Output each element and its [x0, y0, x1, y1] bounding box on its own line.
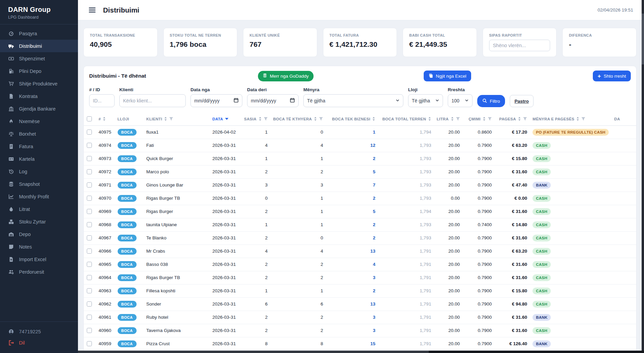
column-header-boca-total-terren[interactable]: BOCA TOTAL TERREN: [378, 113, 434, 125]
sidebar-item-log[interactable]: Log: [0, 165, 78, 178]
clear-filters-button[interactable]: Pastro: [510, 95, 534, 107]
sidebar-item-shitje-produkteve[interactable]: Shitje Produkteve: [0, 77, 78, 90]
filter-menyra-select[interactable]: Të gjitha: [303, 94, 403, 107]
cell-boca-tek-biznesi[interactable]: 15: [326, 337, 378, 350]
filter-funnel-icon[interactable]: [456, 117, 460, 121]
column-header-cmimi[interactable]: ÇMIMI: [463, 113, 495, 125]
menu-toggle-icon[interactable]: [89, 7, 96, 12]
paste-excel-button[interactable]: Ngjit nga Excel: [424, 71, 471, 81]
add-row-button[interactable]: + Shto rresht: [593, 71, 631, 81]
cell-boca-tek-biznesi[interactable]: 5: [326, 165, 378, 178]
horizontal-scrollbar[interactable]: [78, 351, 644, 353]
filter-id-input[interactable]: [89, 94, 115, 107]
cell-boca-tek-biznesi[interactable]: 2: [326, 218, 378, 231]
row-checkbox[interactable]: [87, 249, 92, 254]
sidebar-item-stoku-zyrtar[interactable]: Stoku Zyrtar: [0, 215, 78, 228]
row-checkbox[interactable]: [87, 222, 92, 227]
row-checkbox[interactable]: [87, 275, 92, 280]
row-checkbox[interactable]: [87, 156, 92, 161]
column-header-da[interactable]: DA: [611, 113, 636, 125]
sidebar-item-snapshot[interactable]: Snapshot: [0, 178, 78, 190]
sidebar-item-pasqyra[interactable]: Pasqyra: [0, 27, 78, 40]
cell-boca-tek-biznesi[interactable]: 1: [326, 125, 378, 139]
row-checkbox[interactable]: [87, 169, 92, 174]
row-checkbox[interactable]: [87, 235, 92, 240]
stat-label: BABI CASH TOTAL: [409, 33, 470, 37]
row-checkbox[interactable]: [87, 130, 92, 135]
column-header-litra[interactable]: LITRA: [434, 113, 462, 125]
cell-klienti: Te Blanko: [144, 231, 210, 244]
filter-button[interactable]: Filtro: [477, 95, 505, 107]
sidebar-item-gjendja-bankare[interactable]: Gjendja Bankare: [0, 102, 78, 115]
row-checkbox[interactable]: [87, 262, 92, 267]
filter-lloji-select[interactable]: Të gjitha: [408, 94, 443, 107]
cell-litra: 20.00: [434, 244, 462, 258]
cell-boca-tek-biznesi[interactable]: 5: [326, 205, 378, 218]
fetch-godaddy-button[interactable]: Merr nga GoDaddy: [258, 71, 314, 81]
sidebar-user[interactable]: 74719225: [0, 326, 78, 337]
sidebar-item-depo[interactable]: Depo: [0, 228, 78, 240]
row-checkbox[interactable]: [87, 341, 92, 346]
cell-boca-tek-biznesi[interactable]: 3: [326, 324, 378, 337]
row-checkbox[interactable]: [87, 301, 92, 307]
cell-boca-tek-biznesi[interactable]: 7: [326, 178, 378, 192]
filter-funnel-icon[interactable]: [264, 117, 268, 121]
column-header-pagesa[interactable]: PAGESA: [495, 113, 530, 125]
row-checkbox[interactable]: [87, 315, 92, 320]
cell-boca-tek-biznesi[interactable]: 13: [326, 244, 378, 258]
cell-boca-tek-biznesi[interactable]: 3: [326, 311, 378, 324]
cell-boca-tek-biznesi[interactable]: 12: [326, 139, 378, 152]
column-header-menyra-e-pageses[interactable]: MËNYRA E PAGESËS: [530, 113, 611, 125]
cell-boca-tek-biznesi[interactable]: 2: [326, 152, 378, 165]
sidebar-item-litrat[interactable]: Litrat: [0, 203, 78, 215]
filter-funnel-icon[interactable]: [169, 117, 173, 121]
column-header-[interactable]: #: [96, 113, 115, 125]
filter-funnel-icon[interactable]: [581, 117, 585, 121]
filter-funnel-icon[interactable]: [319, 117, 323, 121]
filter-rreshta-select[interactable]: 100: [448, 94, 472, 107]
column-header-boca-te-kthyera[interactable]: BOCA TË KTHYERA: [270, 113, 326, 125]
horizontal-scrollbar-thumb[interactable]: [78, 351, 429, 353]
filter-client-input[interactable]: [119, 94, 186, 107]
cell-boca-tek-biznesi[interactable]: 2: [326, 284, 378, 297]
row-checkbox[interactable]: [87, 328, 92, 333]
row-checkbox[interactable]: [87, 209, 92, 214]
cell-boca-tek-biznesi[interactable]: 4: [326, 258, 378, 271]
column-header-sasia[interactable]: SASIA: [241, 113, 270, 125]
sidebar-item-notes[interactable]: Notes: [0, 240, 78, 253]
vertical-scrollbar-thumb[interactable]: [642, 14, 644, 64]
column-header-lloji[interactable]: LLOJI: [115, 113, 144, 125]
column-header-klienti[interactable]: KLIENTI: [144, 113, 210, 125]
row-checkbox[interactable]: [87, 196, 92, 201]
report-value-input[interactable]: [489, 40, 550, 51]
cell-boca-tek-biznesi[interactable]: 13: [326, 297, 378, 311]
row-checkbox[interactable]: [87, 288, 92, 293]
filter-date-to-input[interactable]: mm/dd/yyyy: [247, 94, 299, 107]
select-all-checkbox[interactable]: [87, 116, 92, 121]
sidebar-item-import-excel[interactable]: Import Excel: [0, 253, 78, 266]
sidebar-item-kontrata[interactable]: Kontrata: [0, 90, 78, 102]
sidebar-item-monthly-profit[interactable]: Monthly Profit: [0, 190, 78, 203]
cell-boca-total-terren: 1,793: [378, 139, 434, 152]
sidebar-item-fatura[interactable]: Fatura: [0, 140, 78, 153]
sidebar-item-shpenzimet[interactable]: Shpenzimet: [0, 52, 78, 65]
sidebar-item-nxemese[interactable]: Nxemëse: [0, 115, 78, 128]
vertical-scrollbar[interactable]: [642, 0, 644, 353]
sidebar-item-kartela[interactable]: Kartela: [0, 153, 78, 165]
filter-funnel-icon[interactable]: [488, 117, 492, 121]
cell-boca-te-kthyera: 4: [270, 244, 326, 258]
sidebar-item-distribuimi[interactable]: Distribuimi: [0, 40, 78, 52]
cell-boca-tek-biznesi[interactable]: 2: [326, 192, 378, 205]
logout-button[interactable]: Dil: [0, 337, 78, 348]
filter-date-from-input[interactable]: mm/dd/yyyy: [190, 94, 242, 107]
sidebar-item-borxhet[interactable]: Borxhet: [0, 128, 78, 140]
cell-boca-tek-biznesi[interactable]: 3: [326, 271, 378, 284]
column-header-boca-tek-biznesi[interactable]: BOCA TEK BIZNESI: [326, 113, 378, 125]
sidebar-item-plini-depo[interactable]: Plini Depo: [0, 65, 78, 77]
column-header-data[interactable]: DATA: [210, 113, 241, 125]
row-checkbox[interactable]: [87, 182, 92, 188]
cell-boca-tek-biznesi[interactable]: 2: [326, 231, 378, 244]
filter-funnel-icon[interactable]: [523, 117, 527, 121]
row-checkbox[interactable]: [87, 143, 92, 148]
sidebar-item-perdoruesit[interactable]: Perdoruesit: [0, 266, 78, 278]
